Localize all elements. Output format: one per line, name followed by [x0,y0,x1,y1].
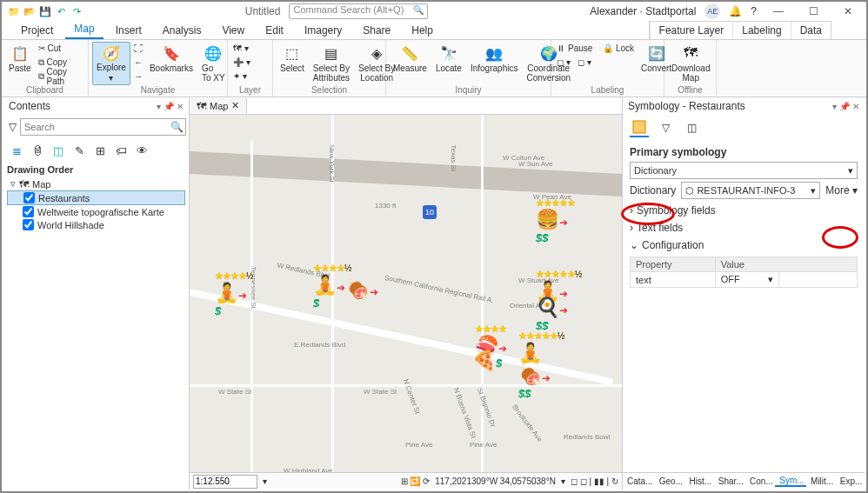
command-search[interactable]: Command Search (Alt+Q) [289,3,428,19]
dock-tab-share[interactable]: Shar... [714,476,745,486]
search-input[interactable] [20,118,186,136]
more-button[interactable]: More ▾ [825,184,858,197]
list-by-edit-icon[interactable]: ✎ [71,143,87,158]
layer-checkbox[interactable] [23,206,34,217]
add-data-button[interactable]: ➕ ▾ [231,56,252,69]
text-fields-expander[interactable]: ›Text fields [630,222,858,234]
select-by-attr-button[interactable]: ▤Select By Attributes [310,42,353,85]
tab-analysis[interactable]: Analysis [154,22,210,39]
qat-undo-icon[interactable]: ↶ [54,4,68,18]
bookmarks-button[interactable]: 🔖Bookmarks [146,42,197,85]
toc-map[interactable]: ▿🗺Map [7,177,185,190]
copy-path-button[interactable]: ⧉Copy Path [37,70,84,83]
config-value-select[interactable]: OFF ▾ [715,272,778,288]
pizza-icon: 🍕 [472,350,496,371]
more-labels-button[interactable]: ◻ ▾ ◻ ▾ [555,56,636,69]
toc-layer-basemap[interactable]: Weltweite topografische Karte [7,205,185,218]
street-state2: W State St [364,388,397,396]
tab-imagery[interactable]: Imagery [296,22,351,39]
list-by-perspective-icon[interactable]: 👁 [134,143,150,158]
dock-tab-export[interactable]: Exp... [836,476,865,486]
locate-button[interactable]: 🔭Locate [432,42,465,85]
measure-button[interactable]: 📏Measure [390,42,431,85]
list-by-snap-icon[interactable]: ⊞ [92,143,108,158]
dock-tab-geo[interactable]: Geo... [655,476,685,486]
close-panel-icon[interactable]: ✕ [852,102,859,111]
select-button[interactable]: ⬚Select [277,42,308,85]
tab-project[interactable]: Project [12,22,62,39]
tab-share[interactable]: Share [354,22,399,39]
cut-button[interactable]: ✂Cut [37,42,84,55]
convert-icon: 🔄 [647,43,666,63]
dock-tab-symbology[interactable]: Sym... [775,476,806,487]
chevron-down-icon: ▾ [848,165,853,177]
pause-labels-button[interactable]: ⏸Pause 🔒Lock [555,42,636,55]
dock-tab-military[interactable]: Milit... [806,476,836,486]
dock-tab-contents[interactable]: Con... [745,476,775,486]
map-view-tab[interactable]: 🗺Map✕ [190,98,247,113]
arrow-icon: ➜ [337,282,345,294]
tab-map[interactable]: Map [65,20,103,39]
layer-checkbox[interactable] [23,192,35,203]
help-icon[interactable]: ? [751,5,757,17]
asian-icon: 🧘 [518,342,542,363]
inquiry-group-label: Inquiry [390,85,547,97]
qat-redo-icon[interactable]: ↷ [70,4,83,18]
toc-layer-restaurants[interactable]: Restaurants [7,190,185,205]
add-preset-button[interactable]: ✦ ▾ [231,70,252,83]
minimize-icon[interactable]: — [765,3,791,20]
tab-edit[interactable]: Edit [257,22,292,39]
symbology-type-select[interactable]: Dictionary▾ [630,162,858,179]
layer-checkbox[interactable] [23,219,34,230]
chevron-down-icon[interactable]: ▾ [157,102,161,111]
qat-new-icon[interactable]: 📁 [7,4,21,18]
nav-prev-button[interactable]: ← [132,56,144,69]
ctx-tab-data[interactable]: Data [791,22,831,39]
tab-help[interactable]: Help [403,22,442,39]
close-panel-icon[interactable]: ✕ [177,102,184,111]
dock-tab-catalog[interactable]: Cata... [623,476,655,486]
filter-icon[interactable]: ▽ [9,121,17,133]
paste-button[interactable]: 📋Paste [5,42,35,85]
dock-tab-history[interactable]: Hist... [685,476,714,486]
symbology-fields-expander[interactable]: ›Symbology fields [630,204,858,217]
list-by-drawing-icon[interactable]: ≣ [9,143,24,158]
user-avatar[interactable]: AE [704,3,720,19]
symb-tab-primary[interactable] [630,118,649,137]
pin-icon[interactable]: 📌 [839,102,850,111]
tab-insert[interactable]: Insert [107,22,150,39]
close-tab-icon[interactable]: ✕ [231,100,239,111]
close-icon[interactable]: ✕ [835,3,861,20]
configuration-expander[interactable]: ⌄Configuration [630,239,858,251]
nav-zoom-button[interactable]: ⛶ [132,42,144,55]
qat-open-icon[interactable]: 📂 [23,4,37,18]
list-by-source-icon[interactable]: 🛢 [30,143,45,158]
list-by-selection-icon[interactable]: ◫ [50,143,66,158]
nav-next-button[interactable]: → [132,70,144,83]
search-icon[interactable]: 🔍 [170,121,184,133]
goto-xy-button[interactable]: 🌐Go To XY [198,42,229,85]
tab-view[interactable]: View [213,22,253,39]
maximize-icon[interactable]: ☐ [800,3,826,20]
explore-button[interactable]: 🧭Explore▾ [92,42,130,85]
map-canvas[interactable]: W Colton Ave W Sun Ave W Pearl Ave 1330 … [190,115,622,472]
user-name[interactable]: Alexander · Stadtportal [590,5,696,17]
chevron-down-icon[interactable]: ▾ [263,476,267,486]
dictionary-select[interactable]: ⬡ RESTAURANT-INFO-3▾ [681,182,820,199]
ctx-tab-feature-layer[interactable]: Feature Layer [650,22,733,39]
basemap-button[interactable]: 🗺 ▾ [231,42,252,55]
symb-tab-vary[interactable]: ▽ [656,118,675,137]
download-map-button[interactable]: 🗺Download Map [668,42,713,85]
ctx-tab-labeling[interactable]: Labeling [732,22,790,39]
list-by-label-icon[interactable]: 🏷 [113,143,129,158]
infographics-button[interactable]: 👥Infographics [467,42,521,85]
notification-icon[interactable]: 🔔 [729,5,742,17]
scale-input[interactable] [193,475,257,489]
chevron-down-icon[interactable]: ▾ [832,102,837,111]
document-title: Untitled [245,5,281,17]
symb-tab-scales[interactable]: ◫ [682,118,701,137]
hwy-shield: 10 [423,205,437,219]
pin-icon[interactable]: 📌 [164,102,174,111]
toc-layer-hillshade[interactable]: World Hillshade [7,218,185,231]
qat-save-icon[interactable]: 💾 [38,4,52,18]
